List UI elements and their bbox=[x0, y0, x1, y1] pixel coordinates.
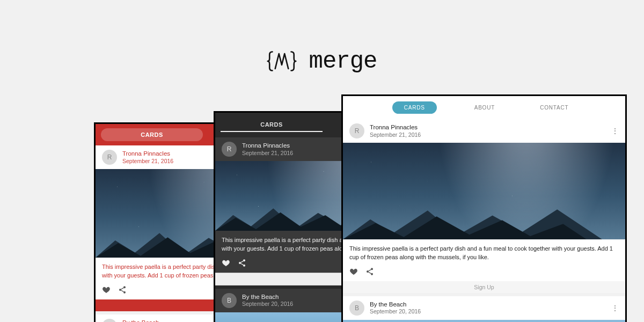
tab-cards[interactable]: CARDS bbox=[392, 101, 437, 114]
svg-point-0 bbox=[123, 286, 126, 288]
card-actions bbox=[343, 264, 625, 281]
heart-icon[interactable] bbox=[222, 259, 230, 267]
tab-cards[interactable]: CARDS bbox=[221, 118, 323, 132]
more-icon[interactable]: ⋮ bbox=[611, 304, 619, 312]
avatar: R bbox=[349, 123, 364, 138]
card-header: B By the Beach September 20, 2016 ⋮ bbox=[343, 296, 625, 320]
tab-about[interactable]: ABOUT bbox=[467, 101, 502, 114]
avatar: R bbox=[222, 142, 237, 157]
heart-icon[interactable] bbox=[349, 267, 358, 276]
card-title: By the Beach bbox=[242, 294, 293, 301]
avatar: B bbox=[102, 319, 117, 322]
share-icon[interactable] bbox=[365, 267, 374, 276]
card-title: By the Beach bbox=[122, 319, 173, 322]
svg-point-8 bbox=[371, 273, 373, 275]
heart-icon[interactable] bbox=[102, 286, 111, 294]
svg-point-7 bbox=[367, 270, 369, 273]
more-icon[interactable]: ⋮ bbox=[611, 127, 619, 135]
svg-point-1 bbox=[119, 289, 121, 291]
card-title: By the Beach bbox=[370, 301, 421, 308]
card-date: September 21, 2016 bbox=[370, 131, 421, 138]
svg-point-3 bbox=[243, 259, 245, 261]
tab-bar: CARDS ABOUT CONTACT bbox=[343, 96, 625, 119]
card-title: Tronna Pinnacles bbox=[242, 142, 293, 149]
avatar: B bbox=[349, 301, 364, 316]
card-header: R Tronna Pinnacles September 21, 2016 ⋮ bbox=[343, 119, 625, 143]
share-icon[interactable] bbox=[238, 259, 246, 267]
svg-point-4 bbox=[239, 262, 241, 264]
tab-contact[interactable]: CONTACT bbox=[532, 101, 576, 114]
card-date: September 20, 2016 bbox=[370, 308, 421, 314]
card-title: Tronna Pinnacles bbox=[370, 124, 421, 131]
tab-cards[interactable]: CARDS bbox=[101, 128, 203, 141]
share-icon[interactable] bbox=[118, 286, 127, 294]
card-title: Tronna Pinnacles bbox=[122, 150, 173, 157]
card-hero-image bbox=[343, 320, 625, 322]
preview-frame-light: CARDS ABOUT CONTACT R Tronna Pinnacles S… bbox=[341, 94, 627, 322]
svg-point-2 bbox=[123, 291, 126, 294]
svg-point-6 bbox=[371, 268, 373, 270]
avatar: R bbox=[102, 150, 117, 165]
card-hero-image bbox=[343, 143, 625, 239]
svg-point-5 bbox=[243, 265, 245, 267]
card-date: September 20, 2016 bbox=[242, 301, 293, 307]
card-description: This impressive paella is a perfect part… bbox=[343, 239, 625, 264]
card-date: September 21, 2016 bbox=[122, 158, 173, 164]
signup-bar[interactable]: Sign Up bbox=[343, 281, 625, 293]
avatar: B bbox=[222, 293, 237, 308]
card-date: September 21, 2016 bbox=[242, 150, 293, 156]
